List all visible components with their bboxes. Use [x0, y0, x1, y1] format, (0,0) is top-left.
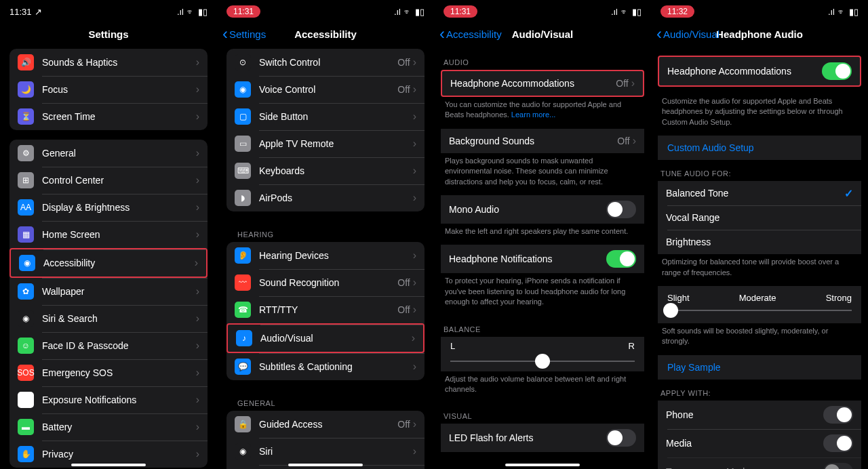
tune-option-brightness[interactable]: Brightness [658, 230, 861, 254]
screen-audio-visual: 11:31 .ıl ᯤ ▮▯ Accessibility Audio/Visua… [434, 0, 651, 469]
row-subtitles-captioning[interactable]: 💬 Subtitles & Captioning › [226, 353, 425, 380]
row-exposure-notifications[interactable]: ◉ Exposure Notifications › [9, 386, 208, 413]
row-siri-search[interactable]: ◉ Siri & Search › [9, 305, 208, 332]
row-apple-tv-remote[interactable]: ▭ Apple TV Remote › [226, 130, 425, 157]
signal-icon: .ıl [177, 7, 184, 17]
setting-icon: ◉ [235, 81, 251, 98]
play-sample[interactable]: Play Sample [658, 355, 861, 380]
screen-settings: 11:31 ↗ .ıl ᯤ ▮▯ Settings 🔊 Sounds & Hap… [0, 0, 217, 469]
balance-slider[interactable] [450, 361, 635, 362]
row-control-center[interactable]: ⊞ Control Center › [9, 167, 208, 194]
chevron-icon: › [196, 83, 199, 96]
row-headphone-accommodations[interactable]: Headphone Accommodations [659, 57, 860, 85]
row-airpods[interactable]: ◗ AirPods › [226, 184, 425, 211]
chevron-icon: › [196, 147, 199, 159]
footer-text: Plays background sounds to mask unwanted… [434, 153, 651, 195]
checkmark-icon: ✓ [844, 187, 853, 200]
row-hearing-devices[interactable]: 👂 Hearing Devices › [226, 242, 425, 269]
toggle-transparency[interactable] [823, 463, 853, 469]
toggle-headphone-notifications[interactable] [606, 250, 636, 268]
section-header: HEARING [217, 221, 434, 242]
toggle-led-flash[interactable] [606, 429, 636, 447]
row-voice-control[interactable]: ◉ Voice Control Off › [226, 76, 425, 103]
row-wallpaper[interactable]: ✿ Wallpaper › [9, 278, 208, 305]
chevron-icon: › [413, 110, 416, 123]
strength-slider[interactable] [667, 310, 852, 311]
setting-icon: ◉ [235, 443, 251, 460]
chevron-icon: › [196, 367, 199, 379]
row-emergency-sos[interactable]: SOS Emergency SOS › [9, 359, 208, 386]
setting-icon: ◉ [18, 392, 34, 408]
nav-back[interactable]: Settings [222, 28, 266, 40]
setting-icon: 〰 [235, 274, 251, 291]
setting-icon: ✿ [18, 283, 34, 300]
toggle-mono-audio[interactable] [606, 201, 636, 218]
signal-icon: .ıl [394, 7, 401, 17]
row-screen-time[interactable]: ⏳ Screen Time › [9, 103, 208, 130]
row-home-screen[interactable]: ▦ Home Screen › [9, 221, 208, 248]
nav-back[interactable]: Audio/Visual [656, 28, 719, 40]
row-display-brightness[interactable]: AA Display & Brightness › [9, 194, 208, 221]
toggle-headphone-accommodations[interactable] [822, 62, 852, 80]
row-background-sounds[interactable]: Background Sounds Off › [441, 129, 644, 153]
screen-headphone-audio: 11:32 .ıl ᯤ ▮▯ Audio/Visual Headphone Au… [651, 0, 868, 469]
row-general[interactable]: ⚙ General › [9, 140, 208, 167]
row-switch-control[interactable]: ⊙ Switch Control Off › [226, 49, 425, 76]
chevron-icon: › [196, 110, 199, 123]
setting-icon: ◗ [235, 190, 251, 206]
battery-icon: ▮▯ [198, 7, 208, 17]
settings-group: ⊙ Switch Control Off › ◉ Voice Control O… [226, 49, 425, 211]
setting-icon: 🔒 [235, 416, 251, 432]
footer-text: To protect your hearing, iPhone sends a … [434, 273, 651, 315]
row-sounds-haptics[interactable]: 🔊 Sounds & Haptics › [9, 49, 208, 76]
row-keyboards[interactable]: ⌨ Keyboards › [226, 157, 425, 184]
tune-option-balanced-tone[interactable]: Balanced Tone ✓ [658, 181, 861, 205]
row-battery[interactable]: ▬ Battery › [9, 413, 208, 441]
tune-option-vocal-range[interactable]: Vocal Range [658, 205, 861, 230]
chevron-icon: › [196, 340, 199, 352]
row-mono-audio[interactable]: Mono Audio [441, 195, 644, 224]
setting-icon: ⏳ [18, 108, 34, 125]
balance-left: L [450, 341, 455, 351]
row-focus[interactable]: 🌙 Focus › [9, 76, 208, 103]
toggle-media[interactable] [823, 434, 853, 452]
row-side-button[interactable]: ▢ Side Button › [226, 103, 425, 130]
battery-icon: ▮▯ [849, 7, 859, 17]
row-sound-recognition[interactable]: 〰 Sound Recognition Off › [226, 269, 425, 296]
footer-text: Soft sounds will be boosted slightly, mo… [651, 323, 868, 355]
row-apply-media[interactable]: Media [658, 429, 861, 457]
home-indicator[interactable] [71, 464, 146, 466]
settings-group: 🔒 Guided Access Off › ◉ Siri › ◉ Accessi… [226, 411, 425, 469]
chevron-icon: › [413, 277, 416, 289]
balance-right: R [629, 341, 635, 351]
toggle-phone[interactable] [823, 406, 853, 424]
chevron-icon: › [413, 418, 416, 430]
home-indicator[interactable] [288, 464, 363, 466]
row-apply-phone[interactable]: Phone [658, 401, 861, 429]
row-siri[interactable]: ◉ Siri › [226, 438, 425, 465]
row-guided-access[interactable]: 🔒 Guided Access Off › [226, 411, 425, 438]
row-led-flash[interactable]: LED Flash for Alerts [441, 424, 644, 452]
row-headphone-accommodations[interactable]: Headphone Accommodations Off › [442, 71, 643, 96]
row-rtt-tty[interactable]: ☎ RTT/TTY Off › [226, 296, 425, 323]
section-header: GENERAL [217, 390, 434, 411]
setting-icon: 🌙 [18, 81, 34, 98]
custom-audio-setup[interactable]: Custom Audio Setup [658, 136, 861, 160]
row-audio-visual[interactable]: ♪ Audio/Visual › [226, 323, 425, 353]
settings-group: 🔊 Sounds & Haptics › 🌙 Focus › ⏳ Screen … [9, 49, 208, 130]
footer-text: Make the left and right speakers play th… [434, 224, 651, 245]
row-headphone-notifications[interactable]: Headphone Notifications [441, 245, 644, 273]
nav-bar: Settings Accessibility [217, 23, 434, 49]
setting-icon: ⌨ [235, 163, 251, 179]
status-bar: 11:32 .ıl ᯤ ▮▯ [651, 0, 868, 23]
row-apply-transparency[interactable]: Transparency Mode [658, 457, 861, 469]
home-indicator[interactable] [505, 464, 580, 466]
row-accessibility[interactable]: ◉ Accessibility › [9, 248, 208, 278]
learn-more-link[interactable]: Learn more... [511, 110, 555, 119]
nav-back[interactable]: Accessibility [439, 28, 502, 40]
chevron-icon: › [413, 304, 416, 316]
footer-text: Adjust the audio volume balance between … [434, 371, 651, 403]
row-face-id-passcode[interactable]: ☺ Face ID & Passcode › [9, 332, 208, 359]
chevron-icon: › [412, 332, 415, 344]
status-bar: 11:31 .ıl ᯤ ▮▯ [217, 0, 434, 23]
